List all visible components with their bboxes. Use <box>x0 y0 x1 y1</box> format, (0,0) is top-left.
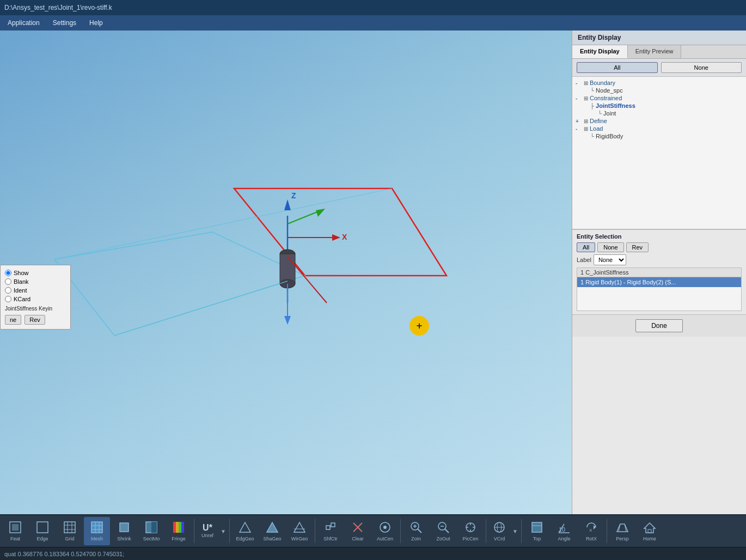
tree-rigidbody[interactable]: └ RigidBody <box>572 132 746 140</box>
tree-icon-nodespc: └ <box>590 88 594 94</box>
all-button[interactable]: All <box>577 62 658 73</box>
entity-list[interactable]: 1 C_JointStiffness 1 Rigid Body(1) - Rig… <box>577 267 742 311</box>
svg-rect-37 <box>176 522 179 533</box>
mesh-label: Mesh <box>91 537 103 542</box>
fringe-icon <box>172 521 185 535</box>
tree-icon-boundary: ⊞ <box>584 80 588 86</box>
sel-label-dropdown[interactable]: None ID Name <box>594 254 626 265</box>
unref-dropdown-arrow: ▼ <box>221 528 226 534</box>
toolbar-rotx[interactable]: X RotX <box>578 517 604 545</box>
toolbar-edge[interactable]: Edge <box>29 517 56 545</box>
menu-settings[interactable]: Settings <box>47 17 82 28</box>
panel-buttons: ne Rev <box>5 315 66 325</box>
rev-button-left[interactable]: Rev <box>25 315 45 325</box>
piccen-label: PicCen <box>462 537 478 542</box>
vcrd-dropdown[interactable]: ▼ <box>511 517 519 545</box>
tree-define[interactable]: + ⊞ Define <box>572 117 746 125</box>
tree-label-load: Load <box>590 125 603 132</box>
svg-line-52 <box>418 529 421 533</box>
svg-rect-36 <box>173 522 176 533</box>
left-panel: Show Blank Ident KCard JointStiffness Ke… <box>0 265 71 330</box>
toolbar-fringe[interactable]: Fringe <box>166 517 192 545</box>
persp-label: Persp <box>616 537 629 542</box>
tree-label-define: Define <box>590 118 607 124</box>
toolbar-shfctr[interactable]: ShfCtr <box>317 517 344 545</box>
svg-text:X: X <box>342 233 347 241</box>
toolbar-unref[interactable]: U* Unref <box>197 517 218 545</box>
done-button[interactable]: Done <box>635 319 683 332</box>
radio-show-input[interactable] <box>5 270 11 276</box>
toolbar-shrink[interactable]: Shrink <box>111 517 137 545</box>
tree-constrained[interactable]: - ⊞ Constrained <box>572 94 746 102</box>
toolbar-feat[interactable]: Feat <box>2 517 28 545</box>
toolbar-wirgeo[interactable]: WirGeo <box>286 517 313 545</box>
radio-show-label: Show <box>14 270 29 276</box>
radio-kcard-input[interactable] <box>5 296 11 302</box>
radio-kcard[interactable]: KCard <box>5 296 66 302</box>
sel-none-button[interactable]: None <box>597 242 623 252</box>
grid-label: Grid <box>65 537 74 542</box>
toolbar-shageo[interactable]: ShaGeo <box>259 517 285 545</box>
toolbar-sectmo[interactable]: SectMo <box>138 517 164 545</box>
unref-dropdown[interactable]: ▼ <box>219 517 227 545</box>
toolbar-grid[interactable]: Grid <box>57 517 83 545</box>
sectmo-icon <box>145 521 158 535</box>
tree-icon-rb: └ <box>590 133 594 139</box>
toolbar-edggeo[interactable]: EdgGeo <box>232 517 258 545</box>
radio-blank[interactable]: Blank <box>5 278 66 285</box>
tree-boundary[interactable]: - ⊞ Boundary <box>572 79 746 87</box>
toolbar-top[interactable]: Top <box>524 517 550 545</box>
titlebar: D:\Ansys_test_res\Joint_1\revo-stiff.k <box>0 0 746 15</box>
grid-icon <box>63 521 76 535</box>
radio-show[interactable]: Show <box>5 270 66 276</box>
radio-ident-label: Ident <box>14 287 27 294</box>
tree-icon-joint: └ <box>598 111 602 117</box>
top-icon <box>530 521 543 535</box>
toolbar-piccen[interactable]: PicCen <box>457 517 484 545</box>
zoin-icon <box>409 521 423 535</box>
ne-button[interactable]: ne <box>5 315 21 325</box>
menu-help[interactable]: Help <box>84 17 108 28</box>
scene-svg: Z X <box>0 31 572 514</box>
viewport[interactable]: Z X Show Blank <box>0 31 572 514</box>
tree-label-constrained: Constrained <box>590 95 622 101</box>
tree-load[interactable]: - ⊞ Load <box>572 125 746 132</box>
toolbar-angle[interactable]: 10 Angle <box>551 517 577 545</box>
piccen-icon <box>464 521 477 535</box>
tab-entity-preview[interactable]: Entity Preview <box>628 45 682 58</box>
svg-rect-44 <box>326 526 330 529</box>
vcrd-icon <box>493 521 506 535</box>
tree-icon-js: ├ <box>590 103 594 109</box>
toolbar-clear[interactable]: Clear <box>345 517 371 545</box>
tree-expand-constrained: - <box>576 95 582 101</box>
main-area: Z X Show Blank <box>0 31 746 514</box>
toolbar-persp[interactable]: Persp <box>609 517 635 545</box>
entity-tree[interactable]: - ⊞ Boundary └ Node_spc - ⊞ Constrained … <box>572 77 746 229</box>
radio-ident-input[interactable] <box>5 287 11 294</box>
toolbar-vcrd[interactable]: VCrd <box>488 517 510 545</box>
sep-5 <box>486 519 486 543</box>
sel-rev-button[interactable]: Rev <box>626 242 649 252</box>
entity-tabs: Entity Display Entity Preview <box>572 45 746 59</box>
unref-label: Unref <box>201 533 213 539</box>
entity-list-item[interactable]: 1 Rigid Body(1) - Rigid Body(2) (S... <box>577 277 741 287</box>
tree-jointstiffness[interactable]: ├ JointStiffness <box>572 102 746 109</box>
radio-kcard-label: KCard <box>14 296 30 302</box>
toolbar-home[interactable]: Home <box>637 517 663 545</box>
sel-all-button[interactable]: All <box>577 242 595 252</box>
sel-label-row: Label None ID Name <box>577 254 742 265</box>
radio-blank-label: Blank <box>14 278 29 285</box>
tree-node-spc[interactable]: └ Node_spc <box>572 87 746 94</box>
menu-application[interactable]: Application <box>2 17 45 28</box>
tab-entity-display[interactable]: Entity Display <box>572 45 628 58</box>
none-button[interactable]: None <box>661 62 742 73</box>
toolbar-zoin[interactable]: ZoIn <box>403 517 429 545</box>
radio-ident[interactable]: Ident <box>5 287 66 294</box>
zoout-label: ZoOut <box>436 537 450 542</box>
toolbar-mesh[interactable]: Mesh <box>84 517 110 545</box>
toolbar-autcen[interactable]: AutCen <box>372 517 398 545</box>
tree-expand-joint <box>590 111 596 117</box>
tree-joint[interactable]: └ Joint <box>572 109 746 117</box>
radio-blank-input[interactable] <box>5 278 11 285</box>
toolbar-zoout[interactable]: ZoOut <box>430 517 456 545</box>
